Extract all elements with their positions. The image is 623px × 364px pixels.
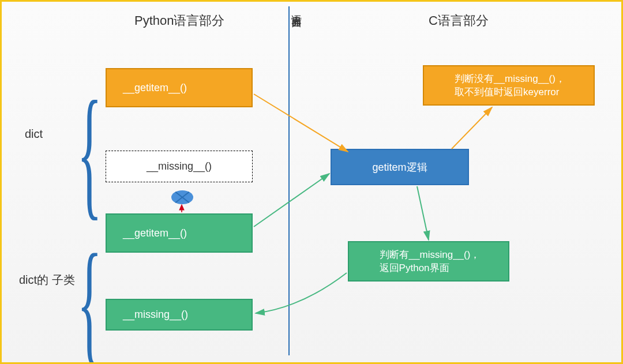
header-python: Python语言部分 (134, 12, 225, 29)
language-divider-label: 语言界面 (290, 6, 302, 11)
override-blocker-icon (171, 190, 193, 204)
diagram-frame: Python语言部分 C语言部分 语言界面 { dict { dict的 子类 … (0, 0, 623, 364)
box-keyerror: 判断没有__missing__()， 取不到值时返回keyerror (423, 65, 595, 106)
header-c: C语言部分 (429, 12, 489, 29)
brace-subclass-icon: { (77, 233, 102, 364)
box-subclass-getitem: __getitem__() (106, 213, 253, 253)
box-subclass-missing: __missing__() (106, 299, 253, 331)
box-dict-getitem: __getitem__() (106, 68, 253, 107)
box-has-missing: 判断有__missing__()， 返回Python界面 (348, 241, 509, 282)
language-divider-line (288, 6, 290, 355)
brace-dict-icon: { (77, 79, 102, 224)
brace-subclass-label: dict的 子类 (19, 273, 75, 287)
brace-dict-label: dict (25, 127, 43, 141)
box-getitem-logic: getitem逻辑 (331, 149, 469, 185)
box-dict-missing-dashed: __missing__() (106, 151, 253, 182)
